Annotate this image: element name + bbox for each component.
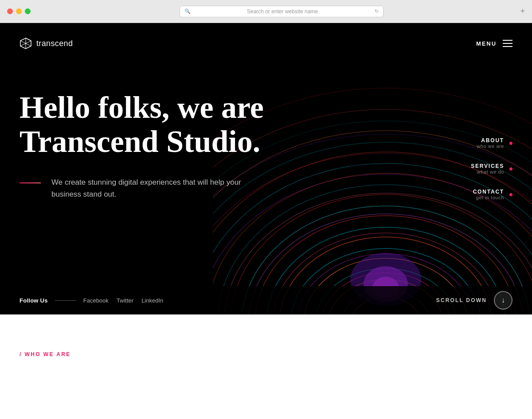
refresh-icon[interactable]: ↻ — [375, 8, 379, 14]
nav-contact-text: CONTACT get in touch — [473, 189, 504, 200]
minimize-button[interactable] — [16, 8, 22, 14]
nav-about-text: ABOUT who we are — [477, 137, 504, 149]
hamburger-line-3 — [503, 46, 512, 47]
section-label-who-we-are: / WHO WE ARE — [20, 351, 71, 357]
social-wrap: Follow Us Facebook Twitter LinkedIn — [20, 297, 163, 304]
hero-section: transcend MENU Hello folks, we are Trans… — [0, 23, 532, 314]
nav-about-dot — [509, 142, 512, 145]
nav-item-about[interactable]: ABOUT who we are — [471, 137, 512, 149]
below-fold-section: / WHO WE ARE — [0, 314, 532, 419]
new-tab-button[interactable]: + — [520, 7, 525, 16]
nav-item-services[interactable]: SERVICES what we do — [471, 163, 512, 175]
social-link-facebook[interactable]: Facebook — [83, 297, 109, 304]
nav-services-text: SERVICES what we do — [471, 163, 504, 175]
hamburger-line-1 — [503, 40, 512, 41]
logo-link[interactable]: transcend — [20, 37, 73, 50]
browser-chrome: 🔍 Search or enter website name ↻ + — [0, 0, 532, 23]
menu-button[interactable]: MENU — [476, 40, 512, 47]
nav-item-contact[interactable]: CONTACT get in touch — [471, 189, 512, 200]
social-divider — [55, 300, 76, 301]
hero-subtitle: We create stunning digital experiences t… — [51, 176, 268, 200]
social-link-twitter[interactable]: Twitter — [117, 297, 133, 304]
hero-content: Hello folks, we are Transcend Studio. We… — [0, 64, 532, 200]
search-icon: 🔍 — [184, 8, 191, 14]
nav-contact-main: CONTACT — [473, 189, 504, 195]
hero-bottom-bar: Follow Us Facebook Twitter LinkedIn SCRO… — [0, 286, 532, 314]
logo-text: transcend — [36, 39, 73, 48]
nav-services-dot — [509, 167, 512, 171]
social-link-linkedin[interactable]: LinkedIn — [141, 297, 163, 304]
menu-label: MENU — [476, 40, 497, 47]
close-button[interactable] — [7, 8, 13, 14]
hamburger-icon — [503, 40, 512, 47]
follow-label: Follow Us — [20, 297, 48, 304]
maximize-button[interactable] — [25, 8, 31, 14]
scroll-wrap: SCROLL DOWN ↓ — [436, 291, 512, 310]
nav-about-main: ABOUT — [477, 137, 504, 144]
scroll-down-button[interactable]: ↓ — [494, 291, 512, 310]
hamburger-line-2 — [503, 43, 512, 44]
right-nav: ABOUT who we are SERVICES what we do CON… — [471, 137, 512, 200]
address-text: Search or enter website name — [193, 8, 372, 15]
website-container: transcend MENU Hello folks, we are Trans… — [0, 23, 532, 419]
hero-title-line2: Transcend Studio. — [20, 124, 260, 159]
main-nav: transcend MENU — [0, 23, 532, 64]
scroll-label: SCROLL DOWN — [436, 297, 487, 303]
nav-contact-sub: get in touch — [473, 195, 504, 200]
arrow-down-icon: ↓ — [501, 296, 505, 304]
nav-services-sub: what we do — [471, 169, 504, 175]
browser-window-controls — [7, 8, 31, 14]
hero-title-line1: Hello folks, we are — [20, 90, 264, 124]
hero-subtitle-wrap: We create stunning digital experiences t… — [20, 176, 268, 200]
address-bar[interactable]: 🔍 Search or enter website name ↻ — [180, 6, 383, 17]
nav-about-sub: who we are — [477, 144, 504, 149]
hero-title: Hello folks, we are Transcend Studio. — [20, 90, 294, 159]
nav-services-main: SERVICES — [471, 163, 504, 169]
hero-decorative-line — [20, 182, 41, 183]
social-links: Facebook Twitter LinkedIn — [83, 297, 164, 304]
nav-contact-dot — [509, 193, 512, 196]
logo-icon — [20, 37, 32, 50]
